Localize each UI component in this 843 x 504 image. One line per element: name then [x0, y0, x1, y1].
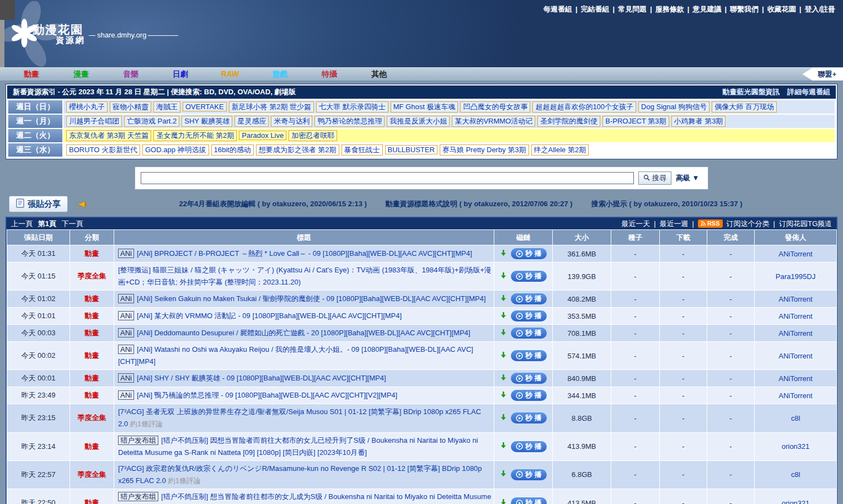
row-category-link[interactable]: 動畫 [85, 249, 99, 258]
schedule-show-link[interactable]: 我推是反派大小姐 [387, 116, 450, 127]
row-title-link[interactable]: [整理搬运] 猫眼三姐妹 / 猫之眼 (キャッツ・アイ) (Kyattsu Ai… [118, 266, 492, 286]
instant-play-button[interactable]: 秒 播 [511, 497, 547, 504]
schedule-show-link[interactable]: 七大罪 默示录四骑士 [316, 101, 388, 112]
magnet-download-icon[interactable] [500, 498, 507, 504]
instant-play-button[interactable]: 秒 播 [511, 248, 547, 259]
instant-play-button[interactable]: 秒 播 [511, 328, 547, 339]
column-header[interactable]: 磁鏈 [494, 230, 553, 245]
schedule-show-link[interactable]: Paradox Live [239, 131, 286, 140]
row-title-link[interactable]: [7³ACG] 圣者无双 上班族的异世界生存之道/聖者無双/Seija Muso… [118, 408, 481, 428]
bluray-info-link[interactable]: 動畫藍光圓盤資訊 [722, 88, 780, 96]
subscribe-telegram-link[interactable]: 订阅花园TG频道 [779, 218, 832, 229]
row-category-link[interactable]: 動畫 [85, 391, 99, 399]
row-team-tag[interactable]: 猎户发布组 [118, 436, 158, 445]
row-category-link[interactable]: 動畫 [85, 442, 99, 451]
recent-week-link[interactable]: 最近一週 [660, 218, 689, 229]
schedule-show-link[interactable]: 超超超超喜欢你的100个女孩子 [532, 101, 636, 112]
schedule-show-link[interactable]: 鸭乃桥论的禁忌推理 [314, 116, 385, 127]
row-publisher-link[interactable]: Para1995DJ [776, 272, 815, 281]
row-publisher-link[interactable]: ANiTorrent [778, 392, 812, 400]
nav-tab[interactable]: 音樂 [106, 68, 156, 81]
rss-badge[interactable]: RSS [698, 219, 723, 228]
column-header[interactable]: 分類 [70, 230, 114, 245]
subscribe-category-link[interactable]: 订阅这个分类 [727, 218, 770, 229]
row-category-link[interactable]: 動畫 [85, 374, 99, 382]
magnet-download-icon[interactable] [500, 249, 507, 259]
row-title-link[interactable]: [ANi] Watashi no Oshi wa Akuyaku Reijou … [118, 345, 473, 366]
column-header[interactable]: 種子 [611, 230, 660, 245]
row-comment-link[interactable]: 約1條評論 [130, 420, 163, 428]
schedule-show-link[interactable]: 亡骸游戏 Part.2 [124, 116, 179, 127]
schedule-show-link[interactable]: 新足球小将 第2期 世少篇 [229, 101, 314, 112]
instant-play-button[interactable]: 秒 播 [511, 390, 547, 401]
schedule-show-link[interactable]: Dog Signal 狗狗信号 [638, 101, 709, 112]
top-menu-link[interactable]: 每週番組 [543, 5, 572, 13]
top-menu-link[interactable]: 常見問題 [618, 5, 647, 13]
info-link[interactable]: 22年4月番組表開放編輯 ( by otakuzero, 2020/06/15 … [179, 199, 367, 209]
row-category-link[interactable]: 動畫 [85, 294, 99, 303]
search-button[interactable]: 搜尋 [638, 171, 671, 185]
column-header[interactable]: 張貼日期 [7, 230, 70, 245]
instant-play-button[interactable]: 秒 播 [511, 293, 547, 304]
row-comment-link[interactable]: 約1條評論 [168, 476, 201, 485]
schedule-show-link[interactable]: 星灵感应 [234, 116, 269, 127]
instant-play-button[interactable]: 秒 播 [511, 271, 547, 282]
magnet-download-icon[interactable] [500, 391, 507, 400]
row-publisher-link[interactable]: ANiTorrent [778, 352, 812, 360]
row-publisher-link[interactable]: ANiTorrent [778, 312, 812, 320]
nav-tab[interactable]: 遊戲 [255, 68, 305, 81]
schedule-show-link[interactable]: 16bit的感动 [211, 144, 254, 156]
row-team-tag[interactable]: ANi [118, 328, 134, 337]
schedule-show-link[interactable]: 圣女魔力无所不能 第2期 [153, 130, 237, 141]
top-menu-link[interactable]: 登入/註冊 [804, 5, 835, 13]
row-title-link[interactable]: [猎户不鸽压制] 因想当冒险者而前往大都市的女儿已经升到了S级 / Bouken… [118, 436, 478, 457]
schedule-show-link[interactable]: 凹凸魔女的母女故事 [460, 101, 530, 112]
magnet-download-icon[interactable] [500, 312, 507, 321]
schedule-show-link[interactable]: 加密忍者咲耶 [289, 130, 337, 141]
column-header[interactable]: 完成 [707, 230, 755, 245]
row-title-link[interactable]: [ANi] Seiken Gakuin no Maken Tsukai / 聖劍… [137, 294, 485, 303]
weekly-detail-link[interactable]: 詳細每週番組 [787, 88, 830, 96]
magnet-download-icon[interactable] [500, 329, 507, 338]
magnet-download-icon[interactable] [500, 374, 507, 383]
schedule-show-link[interactable]: OVERTAKE [183, 102, 227, 111]
row-title-link[interactable]: [ANi] 鴨乃橋論的禁忌推理 - 09 [1080P][Baha][WEB-D… [137, 391, 397, 399]
schedule-show-link[interactable]: 东京复仇者 第3期 天竺篇 [66, 130, 151, 141]
search-input[interactable] [141, 172, 634, 184]
schedule-show-link[interactable]: 米奇与达利 [271, 116, 312, 127]
row-publisher-link[interactable]: ANiTorrent [778, 374, 812, 383]
schedule-show-link[interactable]: 櫻桃小丸子 [66, 101, 108, 112]
nav-tab[interactable]: 其他 [354, 68, 404, 81]
row-publisher-link[interactable]: ANiTorrent [778, 250, 812, 258]
column-header[interactable]: 下載 [660, 230, 707, 245]
row-category-link[interactable]: 季度全集 [78, 272, 106, 280]
row-title-link[interactable]: [ANi] BPROJECT / B-PROJECT ～熱烈 * Love Ca… [137, 249, 472, 258]
column-header[interactable]: 標題 [114, 230, 494, 245]
magnet-download-icon[interactable] [500, 470, 507, 479]
post-share-button[interactable]: 張貼分享 [9, 196, 68, 212]
instant-play-button[interactable]: 秒 播 [511, 373, 547, 384]
instant-play-button[interactable]: 秒 播 [511, 310, 547, 321]
instant-play-button[interactable]: 秒 播 [511, 412, 547, 423]
prev-page-link[interactable]: 上一頁 [11, 219, 33, 228]
row-publisher-link[interactable]: c8l [791, 470, 801, 479]
instant-play-button[interactable]: 秒 播 [511, 441, 547, 452]
row-publisher-link[interactable]: c8l [791, 414, 801, 422]
schedule-show-link[interactable]: BORUTO 火影新世代 [66, 144, 140, 156]
schedule-show-link[interactable]: 寵物小精靈 [110, 101, 151, 112]
row-team-tag[interactable]: ANi [118, 390, 134, 400]
recent-day-link[interactable]: 最近一天 [621, 218, 650, 229]
schedule-show-link[interactable]: SHY 靦腆英雄 [182, 116, 232, 127]
schedule-show-link[interactable]: 圣剑学院的魔剑使 [537, 116, 600, 127]
magnet-download-icon[interactable] [500, 442, 507, 451]
top-menu-link[interactable]: 服務條款 [655, 5, 684, 13]
info-link[interactable]: 搜索小提示 ( by otakuzero, 2010/10/23 15:37 ) [591, 199, 743, 209]
row-title-link[interactable]: [猎户不鸽压制] 想当冒险者前往都市的女儿成为S级 / Boukensha ni… [118, 492, 491, 504]
instant-play-button[interactable]: 秒 播 [511, 350, 547, 361]
row-category-link[interactable]: 動畫 [85, 312, 99, 320]
schedule-show-link[interactable]: 绊之Allele 第2期 [531, 144, 589, 156]
instant-play-button[interactable]: 秒 播 [511, 469, 547, 480]
nav-tab[interactable]: 日劇 [156, 68, 205, 81]
row-team-tag[interactable]: ANi [118, 249, 134, 258]
row-category-link[interactable]: 動畫 [85, 329, 99, 337]
